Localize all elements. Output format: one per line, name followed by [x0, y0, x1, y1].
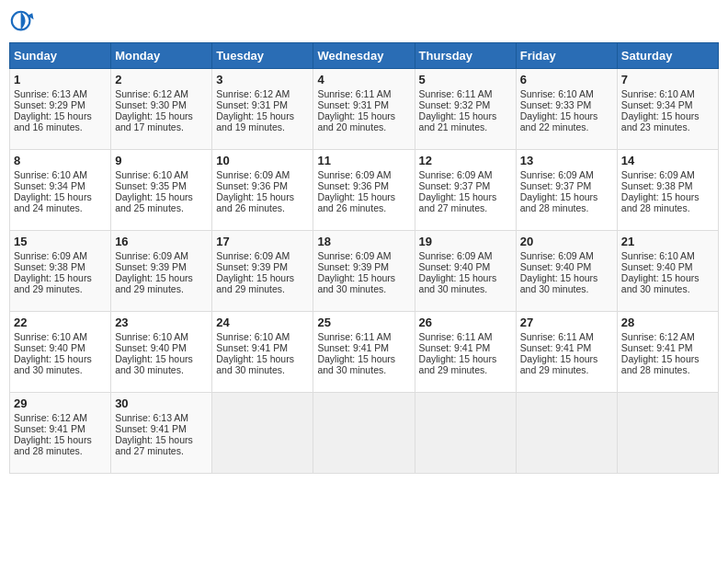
sunrise-text: Sunrise: 6:12 AM — [14, 412, 87, 423]
daylight-text: Daylight: 15 hours and 26 minutes. — [216, 191, 294, 213]
daylight-text: Daylight: 15 hours and 29 minutes. — [520, 353, 598, 375]
day-number: 19 — [419, 235, 512, 248]
sunset-text: Sunset: 9:41 PM — [520, 342, 592, 353]
calendar-cell: 10Sunrise: 6:09 AMSunset: 9:36 PMDayligh… — [212, 150, 313, 231]
calendar-cell: 9Sunrise: 6:10 AMSunset: 9:35 PMDaylight… — [111, 150, 212, 231]
sunrise-text: Sunrise: 6:09 AM — [520, 169, 594, 180]
day-number: 18 — [317, 235, 410, 248]
daylight-text: Daylight: 15 hours and 17 minutes. — [115, 110, 193, 132]
day-number: 15 — [14, 235, 107, 248]
day-number: 27 — [520, 316, 613, 329]
calendar-cell: 3Sunrise: 6:12 AMSunset: 9:31 PMDaylight… — [212, 69, 313, 150]
sunrise-text: Sunrise: 6:13 AM — [115, 412, 188, 423]
sunset-text: Sunset: 9:37 PM — [520, 180, 592, 191]
calendar-cell: 16Sunrise: 6:09 AMSunset: 9:39 PMDayligh… — [111, 231, 212, 312]
sunrise-text: Sunrise: 6:10 AM — [520, 88, 594, 99]
daylight-text: Daylight: 15 hours and 19 minutes. — [216, 110, 294, 132]
day-number: 1 — [14, 73, 107, 86]
calendar-cell: 5Sunrise: 6:11 AMSunset: 9:32 PMDaylight… — [415, 69, 516, 150]
header — [9, 9, 719, 35]
day-number: 21 — [621, 235, 714, 248]
sunset-text: Sunset: 9:38 PM — [14, 261, 85, 272]
daylight-text: Daylight: 15 hours and 28 minutes. — [14, 434, 92, 456]
sunset-text: Sunset: 9:41 PM — [419, 342, 491, 353]
sunset-text: Sunset: 9:40 PM — [14, 342, 85, 353]
sunset-text: Sunset: 9:37 PM — [419, 180, 491, 191]
sunset-text: Sunset: 9:36 PM — [317, 180, 389, 191]
calendar-cell: 27Sunrise: 6:11 AMSunset: 9:41 PMDayligh… — [516, 312, 617, 393]
day-number: 30 — [115, 396, 208, 410]
sunrise-text: Sunrise: 6:10 AM — [621, 250, 695, 261]
calendar-week-4: 29Sunrise: 6:12 AMSunset: 9:41 PMDayligh… — [10, 393, 719, 474]
sunrise-text: Sunrise: 6:12 AM — [115, 88, 188, 99]
calendar-cell: 18Sunrise: 6:09 AMSunset: 9:39 PMDayligh… — [313, 231, 415, 312]
daylight-text: Daylight: 15 hours and 22 minutes. — [520, 110, 598, 132]
sunset-text: Sunset: 9:41 PM — [621, 342, 693, 353]
logo-icon — [9, 9, 35, 35]
day-number: 22 — [14, 316, 107, 329]
header-cell-friday: Friday — [516, 43, 617, 69]
sunset-text: Sunset: 9:40 PM — [621, 261, 693, 272]
calendar-cell: 6Sunrise: 6:10 AMSunset: 9:33 PMDaylight… — [516, 69, 617, 150]
sunrise-text: Sunrise: 6:11 AM — [419, 331, 493, 342]
daylight-text: Daylight: 15 hours and 29 minutes. — [14, 272, 92, 294]
calendar-cell — [313, 393, 415, 474]
header-cell-saturday: Saturday — [617, 43, 718, 69]
sunrise-text: Sunrise: 6:09 AM — [216, 169, 290, 180]
daylight-text: Daylight: 15 hours and 30 minutes. — [14, 353, 92, 375]
daylight-text: Daylight: 15 hours and 26 minutes. — [317, 191, 395, 213]
day-number: 7 — [621, 73, 714, 86]
sunrise-text: Sunrise: 6:09 AM — [419, 169, 493, 180]
sunrise-text: Sunrise: 6:11 AM — [520, 331, 594, 342]
day-number: 9 — [115, 154, 208, 167]
daylight-text: Daylight: 15 hours and 29 minutes. — [216, 272, 294, 294]
calendar-cell: 2Sunrise: 6:12 AMSunset: 9:30 PMDaylight… — [111, 69, 212, 150]
calendar-cell: 8Sunrise: 6:10 AMSunset: 9:34 PMDaylight… — [10, 150, 111, 231]
calendar-cell: 12Sunrise: 6:09 AMSunset: 9:37 PMDayligh… — [415, 150, 516, 231]
day-number: 17 — [216, 235, 309, 248]
day-number: 8 — [14, 154, 107, 167]
calendar-cell: 26Sunrise: 6:11 AMSunset: 9:41 PMDayligh… — [415, 312, 516, 393]
calendar-cell: 19Sunrise: 6:09 AMSunset: 9:40 PMDayligh… — [415, 231, 516, 312]
sunrise-text: Sunrise: 6:09 AM — [317, 169, 391, 180]
sunrise-text: Sunrise: 6:13 AM — [14, 88, 87, 99]
sunset-text: Sunset: 9:34 PM — [14, 180, 85, 191]
sunset-text: Sunset: 9:41 PM — [14, 423, 85, 434]
daylight-text: Daylight: 15 hours and 27 minutes. — [419, 191, 497, 213]
sunset-text: Sunset: 9:30 PM — [115, 99, 187, 110]
calendar-cell: 15Sunrise: 6:09 AMSunset: 9:38 PMDayligh… — [10, 231, 111, 312]
sunset-text: Sunset: 9:35 PM — [115, 180, 187, 191]
calendar-week-2: 15Sunrise: 6:09 AMSunset: 9:38 PMDayligh… — [10, 231, 719, 312]
sunset-text: Sunset: 9:38 PM — [621, 180, 693, 191]
day-number: 20 — [520, 235, 613, 248]
day-number: 23 — [115, 316, 208, 329]
calendar-cell: 11Sunrise: 6:09 AMSunset: 9:36 PMDayligh… — [313, 150, 415, 231]
sunrise-text: Sunrise: 6:12 AM — [216, 88, 290, 99]
daylight-text: Daylight: 15 hours and 30 minutes. — [419, 272, 497, 294]
day-number: 25 — [317, 316, 410, 329]
sunrise-text: Sunrise: 6:09 AM — [621, 169, 695, 180]
daylight-text: Daylight: 15 hours and 16 minutes. — [14, 110, 92, 132]
calendar-cell: 1Sunrise: 6:13 AMSunset: 9:29 PMDaylight… — [10, 69, 111, 150]
calendar-header: SundayMondayTuesdayWednesdayThursdayFrid… — [10, 43, 719, 69]
daylight-text: Daylight: 15 hours and 30 minutes. — [115, 353, 193, 375]
sunrise-text: Sunrise: 6:09 AM — [115, 250, 188, 261]
sunset-text: Sunset: 9:29 PM — [14, 99, 85, 110]
daylight-text: Daylight: 15 hours and 29 minutes. — [419, 353, 497, 375]
calendar-body: 1Sunrise: 6:13 AMSunset: 9:29 PMDaylight… — [10, 69, 719, 474]
day-number: 4 — [317, 73, 410, 86]
daylight-text: Daylight: 15 hours and 30 minutes. — [317, 272, 395, 294]
sunrise-text: Sunrise: 6:10 AM — [14, 169, 87, 180]
calendar-cell: 13Sunrise: 6:09 AMSunset: 9:37 PMDayligh… — [516, 150, 617, 231]
calendar-cell — [617, 393, 718, 474]
sunset-text: Sunset: 9:41 PM — [317, 342, 389, 353]
logo — [9, 9, 39, 35]
sunset-text: Sunset: 9:39 PM — [216, 261, 288, 272]
calendar-cell: 4Sunrise: 6:11 AMSunset: 9:31 PMDaylight… — [313, 69, 415, 150]
daylight-text: Daylight: 15 hours and 30 minutes. — [621, 272, 700, 294]
daylight-text: Daylight: 15 hours and 21 minutes. — [419, 110, 497, 132]
header-cell-thursday: Thursday — [415, 43, 516, 69]
daylight-text: Daylight: 15 hours and 29 minutes. — [115, 272, 193, 294]
calendar-week-3: 22Sunrise: 6:10 AMSunset: 9:40 PMDayligh… — [10, 312, 719, 393]
sunset-text: Sunset: 9:41 PM — [115, 423, 187, 434]
